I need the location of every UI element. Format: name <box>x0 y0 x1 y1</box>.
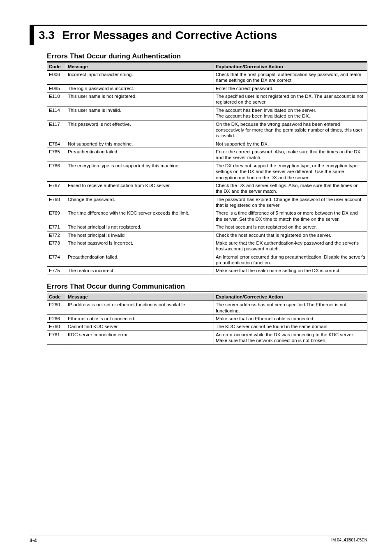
doc-id: IM 04L41B01-05EN <box>331 538 367 543</box>
table-row: E761KDC server connection error.An error… <box>47 331 367 345</box>
cell-message: The realm is incorrect. <box>66 267 214 275</box>
cell-explanation: Make sure that the realm name setting on… <box>214 267 367 275</box>
cell-explanation: The account has been invalidated on the … <box>214 106 367 120</box>
auth-tbody: E006Incorrect input character string.Che… <box>47 70 367 275</box>
section-heading: 3.3 Error Messages and Corrective Action… <box>30 25 367 45</box>
cell-message: KDC server connection error. <box>66 331 214 345</box>
table-row: E771The host principal is not registered… <box>47 223 367 231</box>
cell-message: The time difference with the KDC server … <box>66 209 214 223</box>
cell-code: E114 <box>47 106 66 120</box>
cell-message: Not supported by this machine. <box>66 140 214 148</box>
cell-message: The host principal is invalid <box>66 231 214 239</box>
cell-explanation: Check the host account that is registere… <box>214 231 367 239</box>
cell-explanation: Enter the correct password. Also, make s… <box>214 148 367 162</box>
table-row: E117This password is not effective.On th… <box>47 120 367 140</box>
cell-code: E766 <box>47 162 66 181</box>
cell-explanation: The host account is not registered on th… <box>214 223 367 231</box>
comm-block: Errors That Occur during Communication C… <box>47 282 367 345</box>
cell-code: E765 <box>47 148 66 162</box>
col-code: Code <box>47 62 66 70</box>
cell-message: IP address is not set or ethernet functi… <box>66 301 214 315</box>
cell-explanation: The specified user is not registered on … <box>214 92 367 106</box>
cell-explanation: Enter the correct password. <box>214 84 367 92</box>
cell-code: E117 <box>47 120 66 140</box>
comm-tbody: E260IP address is not set or ethernet fu… <box>47 301 367 345</box>
table-row: E768Change the password.The password has… <box>47 195 367 209</box>
cell-explanation: Check the DX and server settings. Also, … <box>214 181 367 195</box>
page-number: 3-4 <box>30 538 37 543</box>
cell-explanation: An internal error occurred during preaut… <box>214 253 367 267</box>
cell-code: E774 <box>47 253 66 267</box>
col-message: Message <box>66 62 214 70</box>
cell-explanation: The KDC server cannot be found in the sa… <box>214 323 367 331</box>
cell-message: The host principal is not registered. <box>66 223 214 231</box>
table-row: E266Ethernet cable is not connected.Make… <box>47 314 367 322</box>
table-row: E766The encryption type is not supported… <box>47 162 367 181</box>
comm-heading: Errors That Occur during Communication <box>47 282 367 292</box>
cell-message: This user name is invalid. <box>66 106 214 120</box>
cell-message: Preauthentication failed. <box>66 148 214 162</box>
cell-message: This user name is not registered. <box>66 92 214 106</box>
auth-table: Code Message Explanation/Corrective Acti… <box>47 62 367 275</box>
table-row: E773The host password is incorrect.Make … <box>47 239 367 253</box>
cell-message: Failed to receive authentication from KD… <box>66 181 214 195</box>
cell-explanation: An error occurred while the DX was conne… <box>214 331 367 345</box>
auth-heading: Errors That Occur during Authentication <box>47 52 367 62</box>
cell-message: The host password is incorrect. <box>66 239 214 253</box>
table-row: E114This user name is invalid.The accoun… <box>47 106 367 120</box>
cell-explanation: Make sure that the DX authentication-key… <box>214 239 367 253</box>
table-row: E764Not supported by this machine.Not su… <box>47 140 367 148</box>
table-row: E085The login password is incorrect.Ente… <box>47 84 367 92</box>
col-message: Message <box>66 293 214 301</box>
table-row: E765Preauthentication failed.Enter the c… <box>47 148 367 162</box>
cell-code: E772 <box>47 231 66 239</box>
cell-explanation: Not supported by the DX. <box>214 140 367 148</box>
cell-code: E085 <box>47 84 66 92</box>
cell-code: E760 <box>47 323 66 331</box>
auth-block: Errors That Occur during Authentication … <box>47 52 367 275</box>
cell-explanation: Make sure that an Ethernet cable is conn… <box>214 314 367 322</box>
cell-code: E773 <box>47 239 66 253</box>
section-number: 3.3 <box>34 26 62 45</box>
cell-explanation: On the DX, because the wrong password ha… <box>214 120 367 140</box>
cell-message: The login password is incorrect. <box>66 84 214 92</box>
heading-bar <box>30 26 34 45</box>
cell-explanation: The password has expired. Change the pas… <box>214 195 367 209</box>
comm-table: Code Message Explanation/Corrective Acti… <box>47 293 367 345</box>
table-row: E760Cannot find KDC server.The KDC serve… <box>47 323 367 331</box>
table-row: E110This user name is not registered.The… <box>47 92 367 106</box>
section-title: Error Messages and Corrective Actions <box>62 26 277 45</box>
cell-message: This password is not effective. <box>66 120 214 140</box>
cell-code: E266 <box>47 314 66 322</box>
cell-explanation: Check that the host principal, authentic… <box>214 70 367 84</box>
cell-code: E767 <box>47 181 66 195</box>
cell-explanation: The server address has not been specifie… <box>214 301 367 315</box>
cell-code: E775 <box>47 267 66 275</box>
cell-message: Incorrect input character string. <box>66 70 214 84</box>
cell-code: E006 <box>47 70 66 84</box>
cell-code: E769 <box>47 209 66 223</box>
table-row: E767Failed to receive authentication fro… <box>47 181 367 195</box>
cell-message: Ethernet cable is not connected. <box>66 314 214 322</box>
cell-message: Preauthentication failed. <box>66 253 214 267</box>
cell-code: E761 <box>47 331 66 345</box>
cell-code: E768 <box>47 195 66 209</box>
table-header-row: Code Message Explanation/Corrective Acti… <box>47 293 367 301</box>
table-row: E260IP address is not set or ethernet fu… <box>47 301 367 315</box>
table-row: E775The realm is incorrect.Make sure tha… <box>47 267 367 275</box>
table-header-row: Code Message Explanation/Corrective Acti… <box>47 62 367 70</box>
page-footer: 3-4 IM 04L41B01-05EN <box>30 536 367 543</box>
table-row: E769The time difference with the KDC ser… <box>47 209 367 223</box>
cell-message: Cannot find KDC server. <box>66 323 214 331</box>
col-explanation: Explanation/Corrective Action <box>214 62 367 70</box>
cell-code: E771 <box>47 223 66 231</box>
cell-code: E764 <box>47 140 66 148</box>
cell-code: E260 <box>47 301 66 315</box>
cell-explanation: The DX does not support the encryption t… <box>214 162 367 181</box>
cell-message: The encryption type is not supported by … <box>66 162 214 181</box>
table-row: E006Incorrect input character string.Che… <box>47 70 367 84</box>
cell-code: E110 <box>47 92 66 106</box>
col-code: Code <box>47 293 66 301</box>
table-row: E774Preauthentication failed.An internal… <box>47 253 367 267</box>
cell-message: Change the password. <box>66 195 214 209</box>
